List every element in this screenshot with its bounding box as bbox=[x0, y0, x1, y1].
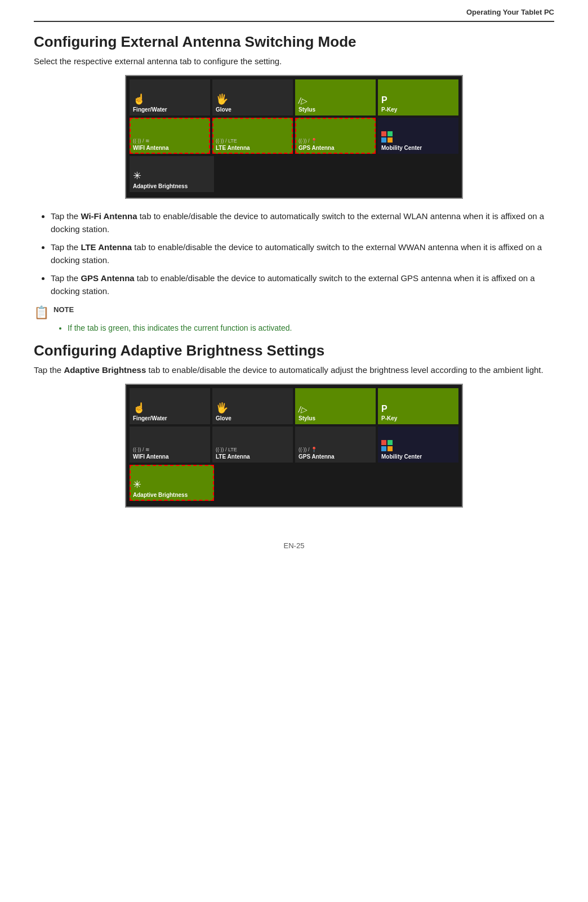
tile-stylus-1: /▷ Stylus bbox=[295, 79, 376, 115]
section2-intro-prefix: Tap the bbox=[34, 365, 64, 375]
tile-lte-antenna-2: ((·)) / LTE LTE Antenna bbox=[212, 426, 293, 463]
gps-antenna-bold: GPS Antenna bbox=[81, 273, 134, 283]
brightness-icon-2: ✳ bbox=[133, 478, 211, 491]
adaptive-brightness-bold: Adaptive Brightness bbox=[64, 365, 146, 375]
tile-adaptive-brightness-1: ✳ Adaptive Brightness bbox=[130, 156, 214, 192]
note-icon: 📋 bbox=[34, 305, 49, 320]
tile-adaptive-brightness-2: ✳ Adaptive Brightness bbox=[130, 465, 214, 501]
diagram2-container: ☝ Finger/Water 🖐 Glove /▷ Stylus P P-Key… bbox=[34, 384, 554, 508]
wifi-antenna-bold: Wi-Fi Antenna bbox=[81, 211, 137, 221]
page-footer: EN-25 bbox=[34, 541, 554, 550]
windows-icon-1 bbox=[381, 131, 393, 143]
tile-glove-2: 🖐 Glove bbox=[212, 388, 293, 424]
diagram2-row1: ☝ Finger/Water 🖐 Glove /▷ Stylus P P-Key bbox=[130, 388, 458, 424]
diagram2: ☝ Finger/Water 🖐 Glove /▷ Stylus P P-Key… bbox=[125, 384, 463, 508]
tile-lte-antenna-1: ((·)) / LTE LTE Antenna bbox=[212, 118, 293, 154]
note-label: NOTE bbox=[54, 305, 74, 314]
note-box: 📋 NOTE bbox=[34, 305, 554, 320]
bullet-list-1: Tap the Wi-Fi Antenna tab to enable/disa… bbox=[51, 210, 554, 297]
diagram1: ☝ Finger/Water 🖐 Glove /▷ Stylus P P-Key… bbox=[125, 75, 463, 199]
windows-icon-2 bbox=[381, 440, 393, 451]
tile-glove-1: 🖐 Glove bbox=[212, 79, 293, 115]
tile-mobility-2: Mobility Center bbox=[378, 426, 458, 463]
tile-gps-antenna-2: ((·)) / 📍 GPS Antenna bbox=[295, 426, 376, 463]
finger-icon: ☝ bbox=[133, 93, 207, 105]
diagram1-row2: ((·)) / ≋ WIFI Antenna ((·)) / LTE LTE A… bbox=[130, 118, 458, 154]
page-number: EN-25 bbox=[284, 541, 305, 550]
page-header: Operating Your Tablet PC bbox=[34, 0, 554, 22]
diagram1-container: ☝ Finger/Water 🖐 Glove /▷ Stylus P P-Key… bbox=[34, 75, 554, 199]
finger-icon-2: ☝ bbox=[133, 402, 207, 414]
note-text: If the tab is green, this indicates the … bbox=[68, 322, 554, 334]
note-bullet-list: If the tab is green, this indicates the … bbox=[51, 322, 554, 334]
diagram2-row3: ✳ Adaptive Brightness bbox=[130, 465, 458, 501]
tile-mobility-1: Mobility Center bbox=[378, 118, 458, 154]
diagram1-row3: ✳ Adaptive Brightness bbox=[130, 156, 458, 192]
diagram2-row2: ((·)) / ≋ WIFI Antenna ((·)) / LTE LTE A… bbox=[130, 426, 458, 463]
stylus-icon-2: /▷ bbox=[299, 405, 372, 414]
bullet-gps: Tap the GPS Antenna tab to enable/disabl… bbox=[51, 272, 554, 297]
bullet-wifi: Tap the Wi-Fi Antenna tab to enable/disa… bbox=[51, 210, 554, 236]
tile-gps-antenna-1: ((·)) / 📍 GPS Antenna bbox=[295, 118, 376, 154]
tile-wifi-antenna-2: ((·)) / ≋ WIFI Antenna bbox=[130, 426, 210, 463]
bullet-lte: Tap the LTE Antenna tab to enable/disabl… bbox=[51, 241, 554, 266]
tile-pkey-2: P P-Key bbox=[378, 388, 458, 424]
tile-pkey-1: P P-Key bbox=[378, 79, 458, 115]
section2-intro-suffix: tab to enable/disable the device to auto… bbox=[146, 365, 543, 375]
diagram1-row1: ☝ Finger/Water 🖐 Glove /▷ Stylus P P-Key bbox=[130, 79, 458, 115]
tile-finger-water-1: ☝ Finger/Water bbox=[130, 79, 210, 115]
brightness-icon-1: ✳ bbox=[133, 170, 211, 182]
pkey-icon-2: P bbox=[381, 404, 455, 414]
tile-wifi-antenna-1: ((·)) / ≋ WIFI Antenna bbox=[130, 118, 210, 154]
section2-intro: Tap the Adaptive Brightness tab to enabl… bbox=[34, 365, 554, 375]
glove-icon: 🖐 bbox=[216, 93, 289, 105]
section1-intro: Select the respective external antenna t… bbox=[34, 56, 554, 66]
header-title: Operating Your Tablet PC bbox=[466, 8, 554, 16]
glove-icon-2: 🖐 bbox=[216, 402, 289, 414]
tile-stylus-2: /▷ Stylus bbox=[295, 388, 376, 424]
lte-antenna-bold: LTE Antenna bbox=[81, 242, 132, 252]
stylus-icon: /▷ bbox=[299, 96, 372, 105]
pkey-icon: P bbox=[381, 95, 455, 105]
section1-title: Configuring External Antenna Switching M… bbox=[34, 33, 554, 51]
section2-title: Configuring Adaptive Brightness Settings bbox=[34, 342, 554, 359]
tile-finger-water-2: ☝ Finger/Water bbox=[130, 388, 210, 424]
